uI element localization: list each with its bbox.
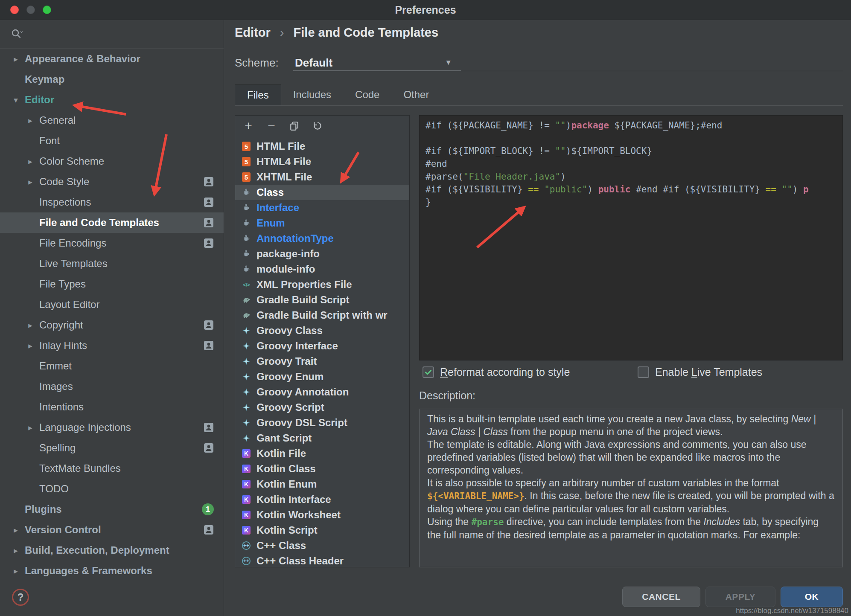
- sidebar-item-live-templates[interactable]: Live Templates: [0, 253, 224, 274]
- sidebar-item-intentions[interactable]: Intentions: [0, 397, 224, 417]
- template-item-kotlin-class[interactable]: KKotlin Class: [235, 461, 409, 477]
- ok-button[interactable]: OK: [781, 587, 843, 607]
- tab-other[interactable]: Other: [391, 84, 441, 105]
- template-item-module-info[interactable]: module-info: [235, 262, 409, 277]
- sidebar-item-inlay-hints[interactable]: ▸Inlay Hints: [0, 335, 224, 356]
- remove-template-button[interactable]: −: [266, 120, 277, 131]
- template-item-kotlin-worksheet[interactable]: KKotlin Worksheet: [235, 507, 409, 523]
- sidebar-item-keymap[interactable]: Keymap: [0, 69, 224, 90]
- scheme-dropdown[interactable]: Default ▼: [295, 56, 452, 70]
- java-class-icon: [241, 264, 251, 274]
- enable-live-templates-checkbox[interactable]: [638, 366, 649, 378]
- sidebar-item-general[interactable]: ▸General: [0, 110, 224, 131]
- chevron-right-icon[interactable]: ▸: [23, 341, 38, 351]
- chevron-right-icon[interactable]: ▸: [23, 116, 38, 125]
- template-item-xhtml-file[interactable]: 5XHTML File: [235, 169, 409, 185]
- template-item-enum[interactable]: Enum: [235, 215, 409, 231]
- sidebar-item-plugins[interactable]: Plugins1: [0, 499, 224, 520]
- chevron-right-icon[interactable]: ▸: [9, 525, 23, 535]
- sidebar-item-version-control[interactable]: ▸Version Control: [0, 520, 224, 540]
- apply-button[interactable]: APPLY: [705, 587, 775, 607]
- template-item-package-info[interactable]: package-info: [235, 246, 409, 262]
- template-item-annotationtype[interactable]: AnnotationType: [235, 231, 409, 246]
- sidebar-item-file-encodings[interactable]: File Encodings: [0, 233, 224, 253]
- chevron-right-icon[interactable]: ▸: [23, 320, 38, 330]
- template-item-groovy-annotation[interactable]: Groovy Annotation: [235, 384, 409, 400]
- sidebar-item-spelling[interactable]: Spelling: [0, 438, 224, 458]
- template-item-interface[interactable]: Interface: [235, 200, 409, 215]
- tab-code[interactable]: Code: [343, 84, 391, 105]
- template-item-groovy-dsl-script[interactable]: Groovy DSL Script: [235, 415, 409, 430]
- reset-template-button[interactable]: [312, 120, 323, 131]
- template-item-kotlin-script[interactable]: KKotlin Script: [235, 523, 409, 538]
- sidebar-item-label: Keymap: [25, 73, 64, 85]
- template-item-label: Interface: [256, 202, 299, 214]
- sidebar-item-file-types[interactable]: File Types: [0, 274, 224, 294]
- template-item-html4-file[interactable]: 5HTML4 File: [235, 154, 409, 169]
- sidebar-item-editor[interactable]: ▾Editor: [0, 90, 224, 110]
- sidebar-item-font[interactable]: Font: [0, 131, 224, 151]
- chevron-right-icon[interactable]: ▸: [23, 177, 38, 187]
- tab-includes[interactable]: Includes: [281, 84, 343, 105]
- breadcrumb-parent[interactable]: Editor: [235, 26, 271, 39]
- template-item-gradle-build-script-with-wr[interactable]: Gradle Build Script with wr: [235, 308, 409, 323]
- template-item-groovy-class[interactable]: Groovy Class: [235, 323, 409, 338]
- template-item-xml-properties-file[interactable]: </>XML Properties File: [235, 277, 409, 292]
- sidebar-item-copyright[interactable]: ▸Copyright: [0, 315, 224, 335]
- sidebar-item-textmate-bundles[interactable]: TextMate Bundles: [0, 458, 224, 479]
- templates-list: 5HTML File5HTML4 File5XHTML FileClassInt…: [235, 139, 409, 567]
- close-button[interactable]: [10, 6, 19, 14]
- code-line: #if (${IMPORT_BLOCK} != "")${IMPORT_BLOC…: [426, 145, 836, 157]
- window-title: Preferences: [0, 0, 851, 20]
- sidebar-item-build-execution-deployment[interactable]: ▸Build, Execution, Deployment: [0, 540, 224, 561]
- chevron-right-icon[interactable]: ▸: [9, 546, 23, 555]
- sidebar-item-appearance-behavior[interactable]: ▸Appearance & Behavior: [0, 49, 224, 69]
- template-item-html-file[interactable]: 5HTML File: [235, 139, 409, 154]
- sidebar-item-emmet[interactable]: Emmet: [0, 356, 224, 376]
- template-item-groovy-trait[interactable]: Groovy Trait: [235, 354, 409, 369]
- template-item-groovy-interface[interactable]: Groovy Interface: [235, 338, 409, 354]
- chevron-right-icon[interactable]: ▸: [9, 54, 23, 64]
- sidebar-item-label: Plugins: [25, 503, 62, 515]
- chevron-right-icon[interactable]: ▸: [23, 423, 38, 433]
- reformat-checkbox[interactable]: [423, 366, 434, 378]
- zoom-button[interactable]: [43, 6, 51, 14]
- add-template-button[interactable]: +: [243, 120, 254, 131]
- reformat-checkbox-option[interactable]: Reformat according to style: [423, 366, 570, 378]
- enable-live-templates-option[interactable]: Enable Live Templates: [638, 366, 762, 378]
- template-item-class[interactable]: Class: [235, 185, 409, 200]
- copy-template-button[interactable]: [289, 120, 300, 131]
- help-button[interactable]: ?: [12, 589, 29, 606]
- template-item-kotlin-interface[interactable]: KKotlin Interface: [235, 492, 409, 507]
- shared-settings-icon: [204, 422, 214, 433]
- groovy-icon: [241, 341, 251, 351]
- tab-files[interactable]: Files: [235, 84, 281, 105]
- sidebar-item-inspections[interactable]: Inspections: [0, 192, 224, 212]
- template-item-groovy-script[interactable]: Groovy Script: [235, 400, 409, 415]
- template-item-gradle-build-script[interactable]: Gradle Build Script: [235, 292, 409, 308]
- minimize-button[interactable]: [26, 6, 35, 14]
- sidebar-item-code-style[interactable]: ▸Code Style: [0, 171, 224, 192]
- kotlin-icon: K: [242, 480, 251, 488]
- chevron-right-icon[interactable]: ▸: [9, 566, 23, 576]
- template-item-kotlin-file[interactable]: KKotlin File: [235, 446, 409, 461]
- template-item-groovy-enum[interactable]: Groovy Enum: [235, 369, 409, 384]
- shared-settings-icon: [204, 320, 214, 330]
- template-item-c-class-header[interactable]: ++C++ Class Header: [235, 553, 409, 567]
- sidebar-item-images[interactable]: Images: [0, 376, 224, 397]
- chevron-right-icon[interactable]: ▸: [23, 157, 38, 166]
- settings-search-field[interactable]: [0, 20, 224, 49]
- sidebar-item-languages-frameworks[interactable]: ▸Languages & Frameworks: [0, 561, 224, 581]
- template-item-c-class[interactable]: ++C++ Class: [235, 538, 409, 553]
- sidebar-item-color-scheme[interactable]: ▸Color Scheme: [0, 151, 224, 171]
- template-item-kotlin-enum[interactable]: KKotlin Enum: [235, 477, 409, 492]
- sidebar-item-language-injections[interactable]: ▸Language Injections: [0, 417, 224, 438]
- template-item-gant-script[interactable]: Gant Script: [235, 430, 409, 446]
- sidebar-item-file-and-code-templates[interactable]: File and Code Templates: [0, 212, 224, 233]
- sidebar-item-todo[interactable]: TODO: [0, 479, 224, 499]
- template-editor[interactable]: #if (${PACKAGE_NAME} != "")package ${PAC…: [419, 115, 843, 360]
- sidebar-item-layout-editor[interactable]: Layout Editor: [0, 294, 224, 315]
- sidebar-item-label: TextMate Bundles: [39, 462, 121, 474]
- chevron-down-icon[interactable]: ▾: [9, 95, 23, 105]
- cancel-button[interactable]: CANCEL: [622, 587, 700, 607]
